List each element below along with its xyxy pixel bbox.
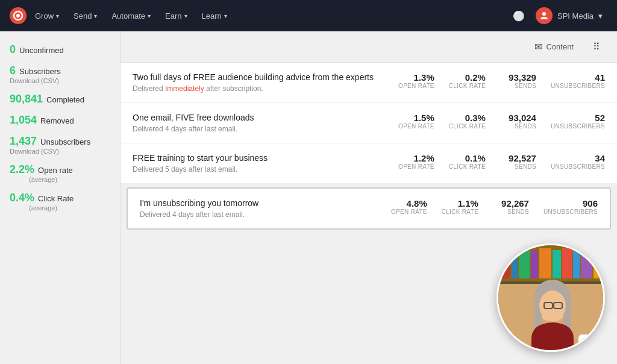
click-rate-stat: 1.1% CLICK RATE xyxy=(442,198,478,215)
svg-rect-9 xyxy=(539,248,551,278)
email-stats: 1.5% OPEN RATE 0.3% CLICK RATE 93,024 SE… xyxy=(398,113,605,130)
email-list: Two full days of FREE audience building … xyxy=(121,63,617,230)
account-icon xyxy=(536,7,553,24)
sends-stat: 93,024 SENDS xyxy=(500,113,536,130)
open-rate-stat: 1.2% OPEN RATE xyxy=(398,153,434,170)
email-row-highlighted[interactable]: I'm unsubscribing you tomorrow Delivered… xyxy=(127,187,611,230)
nav-grow[interactable]: Grow ▾ xyxy=(29,8,65,24)
svg-rect-10 xyxy=(553,250,561,278)
chevron-down-icon: ▾ xyxy=(94,13,97,19)
email-info: FREE training to start your business Del… xyxy=(133,153,391,174)
unsubscribers-stat: 41 UNSUBSCRIBERS xyxy=(551,72,605,89)
open-rate-stat: 1.3% OPEN RATE xyxy=(398,72,434,89)
content-tab[interactable]: ✉ Content xyxy=(530,39,578,55)
email-info: Two full days of FREE audience building … xyxy=(133,72,391,93)
navbar: Grow ▾ Send ▾ Automate ▾ Earn ▾ Learn ▾ … xyxy=(0,0,617,31)
chevron-down-icon: ▾ xyxy=(184,13,187,19)
email-delivery: Delivered 4 days after last email. xyxy=(133,125,391,133)
email-delivery: Delivered 4 days after last email. xyxy=(140,210,384,219)
nav-learn[interactable]: Learn ▾ xyxy=(196,8,233,24)
sends-stat: 92,267 SENDS xyxy=(493,198,529,215)
spi-badge: spi xyxy=(578,334,598,345)
second-tab[interactable]: ⠿ xyxy=(588,39,605,55)
sidebar: 0 Unconfirmed 6 Subscribers Download (CS… xyxy=(0,31,121,364)
account-menu[interactable]: SPI Media ▾ xyxy=(531,5,607,27)
svg-rect-13 xyxy=(581,248,592,278)
logo-icon[interactable] xyxy=(10,7,27,24)
stat-unsubscribers: 1,437 Unsubscribers Download (CSV) xyxy=(10,135,110,155)
email-stats: 1.3% OPEN RATE 0.2% CLICK RATE 93,329 SE… xyxy=(398,72,605,89)
email-delivery: Delivered Immediately after subscription… xyxy=(133,84,391,93)
video-thumbnail: spi xyxy=(498,245,603,350)
click-rate-stat: 0.1% CLICK RATE xyxy=(449,153,486,170)
stat-open-rate: 2.2% Open rate (average) xyxy=(10,163,110,183)
list-icon: ⠿ xyxy=(593,41,600,52)
unsubscribers-stat: 52 UNSUBSCRIBERS xyxy=(551,113,605,130)
stat-click-rate: 0.4% Click Rate (average) xyxy=(10,192,110,212)
click-rate-stat: 0.3% CLICK RATE xyxy=(449,113,486,130)
click-rate-stat: 0.2% CLICK RATE xyxy=(449,72,486,89)
svg-rect-11 xyxy=(562,248,572,278)
email-info: I'm unsubscribing you tomorrow Delivered… xyxy=(140,198,384,219)
open-rate-stat: 4.8% OPEN RATE xyxy=(391,198,427,215)
svg-rect-6 xyxy=(512,250,518,278)
svg-rect-7 xyxy=(519,248,530,278)
video-overlay: spi xyxy=(496,243,605,352)
email-stats: 1.2% OPEN RATE 0.1% CLICK RATE 92,527 SE… xyxy=(398,153,605,170)
stat-completed: 90,841 Completed xyxy=(10,93,110,105)
svg-rect-14 xyxy=(594,250,603,278)
unsubscribers-stat: 34 UNSUBSCRIBERS xyxy=(551,153,605,170)
email-row[interactable]: FREE training to start your business Del… xyxy=(121,143,617,184)
unsubscribers-stat: 906 UNSUBSCRIBERS xyxy=(543,198,598,215)
svg-rect-8 xyxy=(531,251,538,278)
mail-icon: ✉ xyxy=(534,41,542,52)
chevron-down-icon: ▾ xyxy=(148,13,151,19)
stat-removed: 1,054 Removed xyxy=(10,114,110,127)
svg-point-2 xyxy=(542,12,546,16)
svg-point-1 xyxy=(16,14,20,17)
stat-subscribers: 6 Subscribers Download (CSV) xyxy=(10,64,110,84)
account-chevron-icon: ▾ xyxy=(598,11,603,20)
chevron-down-icon: ▾ xyxy=(56,13,59,19)
nav-send[interactable]: Send ▾ xyxy=(67,8,103,24)
email-stats: 4.8% OPEN RATE 1.1% CLICK RATE 92,267 SE… xyxy=(391,198,598,215)
sends-stat: 93,329 SENDS xyxy=(500,72,536,89)
email-row[interactable]: One email, FIVE free downloads Delivered… xyxy=(121,103,617,143)
email-delivery: Delivered 5 days after last email. xyxy=(133,165,391,174)
svg-rect-12 xyxy=(573,251,580,278)
email-row[interactable]: Two full days of FREE audience building … xyxy=(121,63,617,103)
sends-stat: 92,527 SENDS xyxy=(500,153,536,170)
nav-automate[interactable]: Automate ▾ xyxy=(105,8,157,24)
nav-earn[interactable]: Earn ▾ xyxy=(159,8,193,24)
open-rate-stat: 1.5% OPEN RATE xyxy=(398,113,434,130)
chevron-down-icon: ▾ xyxy=(224,13,227,19)
search-button[interactable]: ⚪ xyxy=(509,6,528,25)
email-info: One email, FIVE free downloads Delivered… xyxy=(133,113,391,133)
svg-rect-5 xyxy=(501,248,510,278)
content-header: ✉ Content ⠿ xyxy=(121,31,617,63)
stat-unconfirmed: 0 Unconfirmed xyxy=(10,43,110,56)
